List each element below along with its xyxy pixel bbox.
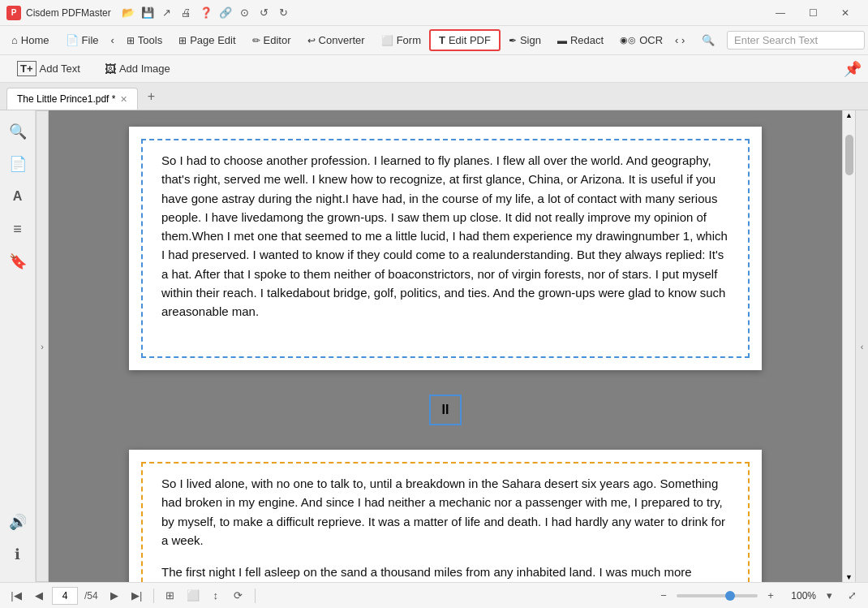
menu-editor[interactable]: ✏ Editor (244, 31, 299, 50)
sidebar-info[interactable]: ℹ (3, 540, 32, 569)
menu-redact-label: Redact (570, 34, 604, 46)
menu-form[interactable]: ⬜ Form (373, 31, 429, 50)
sidebar-bookmark[interactable]: 🔖 (3, 247, 32, 276)
close-button[interactable]: ✕ (829, 0, 862, 26)
add-text-icon: T+ (17, 61, 37, 76)
zoom-percent: 100% (784, 590, 816, 602)
save-icon[interactable]: 💾 (140, 6, 155, 20)
scroll-down-arrow[interactable]: ▼ (844, 574, 854, 580)
scroll-track (843, 119, 855, 574)
zoom-in-button[interactable]: + (761, 586, 780, 606)
pdf-page-2: So I lived alone, with no one to talk to… (129, 450, 762, 582)
app-name: Cisdem PDFMaster (26, 7, 111, 19)
window-controls: — ☐ ✕ (764, 0, 862, 26)
titlebar-icons: 📂 💾 ↗ 🖨 ❓ 🔗 ⊙ ↺ ↻ (121, 6, 291, 20)
menu-nav-extra[interactable]: ‹ › (671, 31, 689, 50)
share-icon[interactable]: ↗ (160, 6, 174, 20)
target-icon[interactable]: ⊙ (238, 6, 252, 20)
ocr-icon: ◉◎ (620, 35, 636, 45)
search-box[interactable]: Enter Search Text (727, 31, 865, 50)
zoom-dropdown-button[interactable]: ▾ (819, 586, 839, 606)
edit-pdf-icon: T (439, 34, 445, 46)
menu-sign[interactable]: ✒ Sign (501, 31, 549, 50)
go-last-page-button[interactable]: ▶| (127, 586, 147, 606)
left-sidebar: 🔍 📄 A ≡ 🔖 🔊 ℹ (0, 110, 36, 582)
fit-page-button[interactable]: ⊞ (161, 586, 180, 606)
collapse-right-arrow[interactable]: ‹ (855, 110, 868, 582)
menu-home-label: Home (21, 34, 49, 46)
menu-ocr[interactable]: ◉◎ OCR (612, 31, 671, 50)
total-pages: /54 (84, 590, 98, 602)
menu-redact[interactable]: ▬ Redact (549, 31, 612, 50)
page-2-text-2[interactable]: The first night I fell asleep on the san… (161, 563, 729, 582)
bottom-separator-1 (153, 589, 154, 603)
zoom-thumb[interactable] (725, 591, 735, 601)
menu-edit-pdf-label: Edit PDF (449, 34, 491, 46)
scroll-thumb[interactable] (845, 135, 853, 175)
sidebar-audio[interactable]: 🔊 (3, 507, 32, 537)
add-text-label: Add Text (40, 63, 80, 75)
menu-tools[interactable]: ⊞ Tools (118, 31, 170, 50)
menu-sign-label: Sign (520, 34, 541, 46)
current-page-input[interactable] (52, 587, 78, 605)
add-tab-button[interactable]: + (141, 87, 161, 106)
tab-little-prince[interactable]: The Little Prince1.pdf * ✕ (6, 88, 138, 110)
menu-ocr-label: OCR (639, 34, 663, 46)
zoom-slider[interactable] (677, 594, 758, 597)
menu-converter[interactable]: ↩ Converter (299, 31, 373, 50)
pdf-page-1: So I had to choose another profession. I… (129, 127, 762, 370)
pin-button[interactable]: 📌 (844, 60, 862, 78)
sidebar-pages[interactable]: 📄 (3, 149, 32, 179)
add-image-button[interactable]: 🖼 Add Image (94, 58, 181, 80)
open-folder-icon[interactable]: 📂 (121, 6, 135, 20)
help-icon[interactable]: ❓ (199, 6, 213, 20)
rotate-button[interactable]: ⟳ (229, 586, 248, 606)
sidebar-search[interactable]: 🔍 (3, 117, 32, 146)
menu-tools-label: Tools (138, 34, 162, 46)
sidebar-text[interactable]: A (3, 182, 32, 211)
right-scrollbar[interactable]: ▲ ▼ (842, 110, 855, 582)
main-area: 🔍 📄 A ≡ 🔖 🔊 ℹ › So I had to choose anoth… (0, 110, 868, 582)
menu-converter-label: Converter (319, 34, 365, 46)
minimize-button[interactable]: — (764, 0, 797, 26)
fit-width-button[interactable]: ⬜ (183, 586, 203, 606)
sidebar-outline[interactable]: ≡ (3, 214, 32, 244)
roman-numeral-container: II (129, 386, 762, 433)
menu-page-edit[interactable]: ⊞ Page Edit (170, 31, 243, 50)
add-text-button[interactable]: T+ Add Text (6, 57, 91, 80)
tab-label: The Little Prince1.pdf * (17, 93, 115, 105)
expand-button[interactable]: ⤢ (842, 586, 862, 606)
scroll-up-arrow[interactable]: ▲ (844, 112, 854, 119)
titlebar: P Cisdem PDFMaster 📂 💾 ↗ 🖨 ❓ 🔗 ⊙ ↺ ↻ — ☐… (0, 0, 868, 26)
bottombar: |◀ ◀ /54 ▶ ▶| ⊞ ⬜ ↕ ⟳ − + 100% ▾ ⤢ (0, 582, 868, 608)
page-2-text-1[interactable]: So I lived alone, with no one to talk to… (161, 474, 729, 550)
menu-home[interactable]: ⌂ Home (3, 31, 58, 50)
redact-icon: ▬ (557, 35, 567, 46)
sidebar-bottom: 🔊 ℹ (3, 507, 32, 576)
roman-numeral-box[interactable]: II (429, 395, 462, 425)
print-icon[interactable]: 🖨 (179, 6, 194, 20)
collapse-left-arrow[interactable]: › (36, 110, 49, 582)
menu-editor-label: Editor (264, 34, 291, 46)
tools-icon: ⊞ (127, 35, 135, 46)
tab-close-button[interactable]: ✕ (120, 94, 127, 105)
maximize-button[interactable]: ☐ (797, 0, 829, 26)
go-first-page-button[interactable]: |◀ (6, 586, 26, 606)
menu-search-icon[interactable]: 🔍 (697, 31, 720, 50)
page-1-text[interactable]: So I had to choose another profession. I… (161, 151, 729, 321)
zoom-out-button[interactable]: − (654, 586, 673, 606)
tabs-bar: The Little Prince1.pdf * ✕ + (0, 83, 868, 110)
go-next-page-button[interactable]: ▶ (105, 586, 124, 606)
menu-nav-back[interactable]: ‹ (107, 31, 118, 50)
menu-edit-pdf[interactable]: T Edit PDF (429, 29, 501, 51)
undo-icon[interactable]: ↺ (257, 6, 272, 20)
link-icon[interactable]: 🔗 (218, 6, 233, 20)
redo-icon[interactable]: ↻ (277, 6, 291, 20)
fit-height-button[interactable]: ↕ (206, 586, 226, 606)
add-image-icon: 🖼 (105, 63, 116, 75)
converter-icon: ↩ (307, 35, 316, 46)
pdf-area: So I had to choose another profession. I… (49, 110, 842, 582)
menu-file[interactable]: 📄 File (58, 31, 107, 50)
menu-page-edit-label: Page Edit (190, 34, 235, 46)
go-prev-page-button[interactable]: ◀ (29, 586, 49, 606)
